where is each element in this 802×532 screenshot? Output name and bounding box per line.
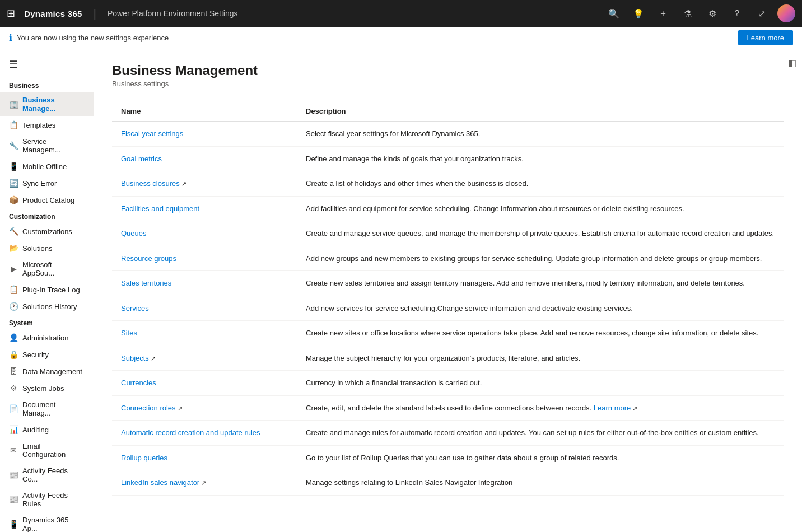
row-desc-cell: Manage the subject hierarchy for your or… [297, 346, 784, 371]
env-title: Power Platform Environment Settings [108, 9, 238, 18]
sidebar-item-sync-error[interactable]: 🔄Sync Error [0, 175, 94, 192]
security-icon: 🔒 [9, 350, 18, 359]
row-desc-cell: Create new sites or office locations whe… [297, 321, 784, 346]
grid-icon[interactable]: ⊞ [7, 7, 15, 20]
expand-icon[interactable]: ⤢ [753, 4, 771, 22]
row-link-4[interactable]: Queues [121, 229, 147, 237]
sidebar-item-data-management[interactable]: 🗄Data Management [0, 363, 94, 380]
row-link-1[interactable]: Goal metrics [121, 155, 162, 163]
sync-error-icon: 🔄 [9, 179, 18, 188]
top-nav: ⊞ Dynamics 365 | Power Platform Environm… [0, 0, 802, 27]
sidebar-item-microsoft-appsource[interactable]: ▶Microsoft AppSou... [0, 256, 94, 281]
row-desc-cell: Select fiscal year settings for Microsof… [297, 122, 784, 147]
sidebar-item-label-dynamics-365-app: Dynamics 365 Ap... [22, 516, 85, 532]
row-link-6[interactable]: Sales territories [121, 279, 171, 287]
row-desc-cell: Add new groups and new members to existi… [297, 246, 784, 271]
sidebar-item-product-catalog[interactable]: 📦Product Catalog [0, 192, 94, 208]
sidebar-item-business-management[interactable]: 🏢Business Manage... [0, 92, 94, 116]
info-bar: ℹ You are now using the new settings exp… [0, 27, 802, 49]
business-management-icon: 🏢 [9, 100, 18, 109]
row-name-cell: Business closures↗ [112, 171, 297, 197]
sidebar-section-system: System [0, 315, 94, 329]
row-desc-cell: Add facilities and equipment for service… [297, 196, 784, 221]
settings-table: Name Description Fiscal year settingsSel… [112, 101, 784, 496]
settings-icon[interactable]: ⚙ [703, 4, 721, 22]
row-name-cell: Resource groups [112, 246, 297, 271]
sidebar-item-auditing[interactable]: 📊Auditing [0, 421, 94, 438]
add-icon[interactable]: ＋ [654, 4, 672, 22]
row-link-3[interactable]: Facilities and equipment [121, 204, 199, 213]
row-name-cell: Facilities and equipment [112, 196, 297, 221]
row-link-7[interactable]: Services [121, 304, 149, 312]
learn-more-button[interactable]: Learn more [738, 30, 793, 45]
document-management-icon: 📄 [9, 404, 18, 413]
solutions-icon: 📂 [9, 244, 18, 253]
filter-icon[interactable]: ⚗ [679, 4, 697, 22]
inline-ext-icon: ↗ [632, 405, 637, 412]
row-link-12[interactable]: Automatic record creation and update rul… [121, 428, 260, 437]
row-name-cell: Rollup queries [112, 445, 297, 470]
info-icon: ℹ [9, 32, 12, 43]
row-link-14[interactable]: LinkedIn sales navigator [121, 478, 199, 487]
row-desc-cell: Create, edit, and delete the standard la… [297, 395, 784, 421]
info-bar-message: You are now using the new settings exper… [17, 34, 734, 42]
sidebar-item-security[interactable]: 🔒Security [0, 346, 94, 363]
sidebar-item-label-sync-error: Sync Error [22, 179, 57, 188]
external-link-icon: ↗ [201, 479, 206, 486]
row-name-cell: Automatic record creation and update rul… [112, 421, 297, 446]
sidebar-item-label-auditing: Auditing [22, 426, 49, 434]
row-desc-cell: Add new services for service scheduling.… [297, 296, 784, 321]
system-jobs-icon: ⚙ [9, 384, 18, 393]
row-name-cell: Services [112, 296, 297, 321]
sidebar-item-label-business-management: Business Manage... [22, 96, 85, 113]
row-link-5[interactable]: Resource groups [121, 254, 176, 263]
row-desc-cell: Manage settings relating to LinkedIn Sal… [297, 470, 784, 496]
sidebar-item-activity-feeds-rules[interactable]: 📰Activity Feeds Rules [0, 487, 94, 512]
plugin-trace-log-icon: 📋 [9, 285, 18, 294]
sidebar-item-customizations[interactable]: 🔨Customizations [0, 223, 94, 240]
sidebar-item-solutions[interactable]: 📂Solutions [0, 240, 94, 256]
search-icon[interactable]: 🔍 [605, 4, 623, 22]
avatar[interactable] [777, 4, 795, 22]
inline-learn-more-link[interactable]: Learn more [594, 404, 631, 412]
sidebar-item-solutions-history[interactable]: 🕐Solutions History [0, 298, 94, 315]
row-link-11[interactable]: Connection roles [121, 404, 176, 412]
table-row: QueuesCreate and manage service queues, … [112, 221, 784, 246]
sidebar-item-administration[interactable]: 👤Administration [0, 329, 94, 346]
table-row: SitesCreate new sites or office location… [112, 321, 784, 346]
sidebar-item-document-management[interactable]: 📄Document Manag... [0, 396, 94, 421]
row-desc-cell: Create a list of holidays and other time… [297, 171, 784, 197]
lightbulb-icon[interactable]: 💡 [630, 4, 647, 22]
activity-feeds-config-icon: 📰 [9, 470, 18, 479]
table-row: Connection roles↗Create, edit, and delet… [112, 395, 784, 421]
table-row: LinkedIn sales navigator↗Manage settings… [112, 470, 784, 496]
row-name-cell: Sites [112, 321, 297, 346]
row-link-9[interactable]: Subjects [121, 354, 149, 362]
sidebar-item-system-jobs[interactable]: ⚙System Jobs [0, 380, 94, 396]
sidebar-item-service-management[interactable]: 🔧Service Managem... [0, 133, 94, 158]
sidebar-item-plugin-trace-log[interactable]: 📋Plug-In Trace Log [0, 281, 94, 298]
row-link-0[interactable]: Fiscal year settings [121, 129, 183, 138]
sidebar-item-templates[interactable]: 📋Templates [0, 116, 94, 133]
row-link-13[interactable]: Rollup queries [121, 454, 167, 462]
row-link-8[interactable]: Sites [121, 329, 137, 337]
sidebar-item-label-service-management: Service Managem... [22, 137, 85, 154]
table-row: Facilities and equipmentAdd facilities a… [112, 196, 784, 221]
sidebar-item-activity-feeds-config[interactable]: 📰Activity Feeds Co... [0, 463, 94, 487]
main-content: Business Management Business settings Na… [94, 49, 802, 532]
help-icon[interactable]: ？ [728, 4, 746, 22]
hamburger-button[interactable]: ☰ [0, 54, 94, 77]
sidebar-item-mobile-offline[interactable]: 📱Mobile Offline [0, 158, 94, 175]
row-desc-cell: Create and manage rules for automatic re… [297, 421, 784, 446]
right-panel-toggle[interactable]: ◧ [782, 49, 802, 76]
sidebar-item-email-configuration[interactable]: ✉Email Configuration [0, 438, 94, 463]
solutions-history-icon: 🕐 [9, 302, 18, 311]
row-link-2[interactable]: Business closures [121, 179, 180, 188]
sidebar-item-dynamics-365-app[interactable]: 📱Dynamics 365 Ap... [0, 512, 94, 532]
nav-separator: | [94, 7, 96, 20]
col-desc-header: Description [297, 101, 784, 122]
sidebar-item-label-data-management: Data Management [22, 367, 82, 376]
sidebar-item-label-solutions: Solutions [22, 244, 52, 253]
row-link-10[interactable]: Currencies [121, 379, 156, 387]
sidebar-item-label-mobile-offline: Mobile Offline [22, 162, 67, 171]
